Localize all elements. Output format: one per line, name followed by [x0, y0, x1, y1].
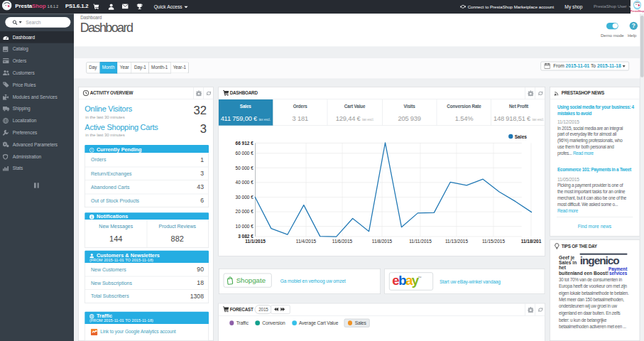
svg-text:11/11/2015: 11/11/2015	[409, 239, 432, 244]
svg-text:11/8/2015: 11/8/2015	[371, 239, 392, 244]
svg-text:30 000 €: 30 000 €	[235, 195, 253, 200]
svg-text:11/4/2015: 11/4/2015	[295, 239, 316, 244]
svg-text:11/6/2015: 11/6/2015	[332, 239, 352, 244]
svg-text:PrestaShop: PrestaShop	[631, 10, 644, 13]
svg-text:40 000 €: 40 000 €	[235, 180, 253, 185]
svg-text:66 912 €: 66 912 €	[235, 141, 253, 146]
svg-text:3 082 €: 3 082 €	[238, 234, 253, 239]
svg-text:11/1/2015: 11/1/2015	[245, 239, 266, 244]
svg-text:60 000 €: 60 000 €	[235, 151, 253, 156]
svg-text:11/13/2015: 11/13/2015	[445, 239, 469, 244]
svg-text:50 000 €: 50 000 €	[235, 166, 253, 170]
svg-text:11/18/201: 11/18/201	[520, 239, 541, 244]
svg-text:20 000 €: 20 000 €	[235, 209, 253, 214]
svg-text:10 000 €: 10 000 €	[235, 224, 253, 229]
svg-text:Sales: Sales	[514, 134, 527, 139]
svg-text:11/15/2015: 11/15/2015	[482, 239, 506, 244]
